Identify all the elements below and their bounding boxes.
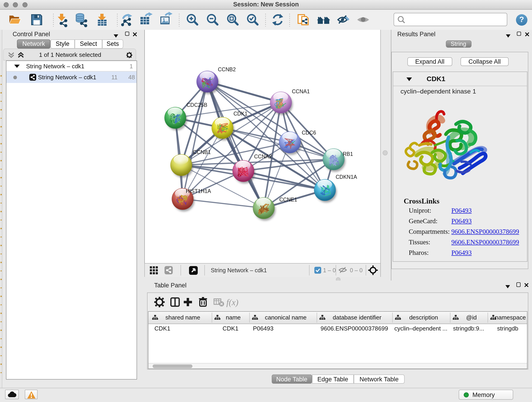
svg-text:f(x): f(x) xyxy=(226,298,238,307)
svg-text:1 – 0: 1 – 0 xyxy=(323,267,336,274)
svg-text:CCNB2: CCNB2 xyxy=(218,66,236,72)
svg-text:RB1: RB1 xyxy=(343,151,353,157)
svg-text:HIST1H1A: HIST1H1A xyxy=(186,188,211,194)
svg-text:CDC6: CDC6 xyxy=(302,130,316,136)
svg-text:CCNE1: CCNE1 xyxy=(279,197,297,203)
svg-text:String Network – cdk1: String Network – cdk1 xyxy=(211,267,267,274)
svg-text:CCNA2: CCNA2 xyxy=(254,153,272,160)
svg-text:CDC25B: CDC25B xyxy=(186,102,207,108)
svg-text:CDKN1A: CDKN1A xyxy=(336,174,357,180)
svg-text:0 – 0: 0 – 0 xyxy=(350,267,363,274)
svg-text:CDK1: CDK1 xyxy=(234,111,247,117)
svg-text:CCNA1: CCNA1 xyxy=(292,89,310,95)
svg-text:CCNB1: CCNB1 xyxy=(193,149,211,155)
